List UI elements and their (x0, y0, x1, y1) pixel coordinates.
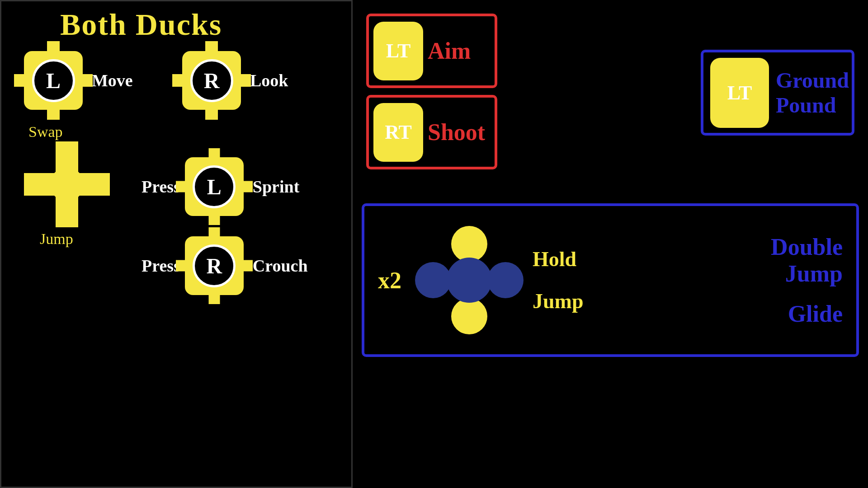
jump-glide-box: x2 Hold Jump DoubleJump Glide (362, 203, 859, 357)
rt-shoot-action: Shoot (428, 119, 485, 145)
jc-bottom (451, 298, 487, 334)
double-jump-label: DoubleJump (771, 234, 843, 287)
press-R-crouch-container: Press R Crouch (142, 236, 308, 295)
joystick-pressR-inner: R (193, 244, 236, 287)
lt-aim-button-label: LT (386, 39, 411, 62)
joystick-pressR-square: R (185, 236, 244, 295)
rt-shoot-button-label: RT (385, 121, 412, 144)
lt-aim-box: LT Aim (366, 14, 497, 88)
press-R-label: Press (142, 256, 180, 276)
dpad (24, 141, 110, 227)
dpad-label: Swap (28, 123, 63, 141)
joystick-pressR-nub-bottom (208, 293, 220, 304)
jc-top (451, 226, 487, 262)
joystick-pressL-nub-right (241, 181, 253, 192)
joystick-L-nub-bottom (47, 107, 60, 120)
press-L-sprint-container: Press L Sprint (142, 157, 299, 216)
lt-aim-action: Aim (428, 38, 471, 64)
joystick-pressR-nub-top (208, 227, 220, 239)
jump-cross (415, 226, 524, 334)
joystick-L-nub-right (80, 74, 93, 87)
joystick-L-nub-left (14, 74, 27, 87)
lt-groundpound-box: LT GroundPound (701, 50, 854, 136)
dpad-center (50, 168, 84, 202)
lt-groundpound-button-label: LT (727, 81, 752, 104)
jump-glide-labels: Hold Jump (533, 247, 583, 313)
dpad-container: Swap Jump (24, 141, 110, 227)
joystick-R-nub-top (205, 41, 218, 54)
glide-label: Glide (788, 300, 843, 327)
dpad-jump-label: Jump (40, 230, 73, 248)
joystick-L-container: L Move (24, 51, 133, 110)
joystick-L-square: L (24, 51, 83, 110)
joystick-pressR-nub-right (241, 260, 253, 272)
joystick-L-action: Move (92, 70, 133, 90)
jump-sub-label: Jump (533, 289, 583, 313)
rt-shoot-button: RT (373, 103, 423, 162)
joystick-R-label: R (204, 68, 220, 93)
press-L-label: Press (142, 177, 180, 197)
joystick-pressL-nub-bottom (208, 214, 220, 225)
x2-label: x2 (378, 267, 401, 294)
dj-glide-container: DoubleJump Glide (771, 234, 843, 327)
joystick-pressL-nub-left (176, 181, 187, 192)
right-panel: LT Aim RT Shoot LT GroundPound x2 (353, 0, 868, 488)
joystick-R-inner: R (190, 59, 233, 102)
jc-center (447, 258, 492, 303)
rt-shoot-box: RT Shoot (366, 95, 497, 169)
main-container: Both Ducks L Move R (0, 0, 868, 488)
press-L-action: Sprint (253, 177, 299, 197)
joystick-R-container: R Look (182, 51, 288, 110)
joystick-L-nub-top (47, 41, 60, 54)
lt-groundpound-action: GroundPound (776, 68, 849, 117)
joystick-R-nub-bottom (205, 107, 218, 120)
joystick-L-label: L (46, 68, 61, 93)
joystick-pressL-nub-top (208, 148, 220, 160)
joystick-R-square: R (182, 51, 241, 110)
panel-title: Both Ducks (60, 7, 222, 42)
joystick-pressL-label: L (207, 174, 222, 199)
lt-groundpound-button: LT (710, 58, 769, 128)
joystick-pressL-inner: L (193, 165, 236, 208)
joystick-pressL-square: L (185, 157, 244, 216)
joystick-R-nub-left (172, 74, 185, 87)
joystick-pressR-nub-left (176, 260, 187, 272)
press-R-action: Crouch (253, 256, 308, 276)
joystick-L-inner: L (32, 59, 75, 102)
lt-aim-button: LT (373, 22, 423, 80)
hold-label: Hold (533, 247, 583, 271)
joystick-R-action: Look (250, 70, 288, 90)
joystick-R-nub-right (238, 74, 251, 87)
jc-right (487, 262, 524, 298)
left-panel: Both Ducks L Move R (0, 0, 353, 488)
joystick-pressR-label: R (207, 253, 222, 278)
jc-left (415, 262, 451, 298)
